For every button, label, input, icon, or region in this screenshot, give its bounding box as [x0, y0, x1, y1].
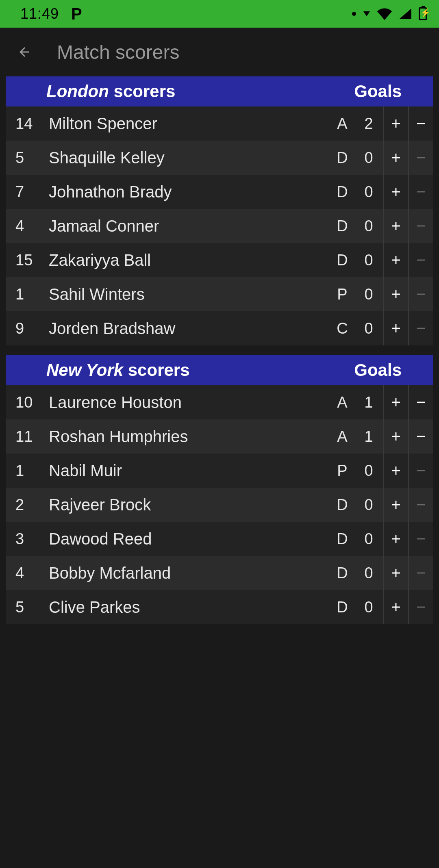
player-number: 4 — [6, 564, 46, 582]
plus-icon — [389, 185, 403, 199]
player-position: P — [330, 462, 354, 480]
player-row: 5Shaquille KelleyD0 — [6, 141, 433, 175]
player-name: Jorden Bradshaw — [46, 319, 330, 338]
player-row: 11Roshan HumphriesA1 — [6, 419, 433, 454]
player-goals: 0 — [354, 252, 383, 269]
app-bar: Match scorers — [0, 28, 439, 76]
decrement-button — [408, 175, 433, 209]
player-name: Bobby Mcfarland — [46, 564, 330, 582]
minus-icon — [414, 430, 428, 443]
increment-button[interactable] — [383, 141, 408, 175]
increment-button[interactable] — [383, 419, 408, 454]
player-row: 5Clive ParkesD0 — [6, 590, 433, 624]
player-number: 10 — [6, 394, 46, 411]
increment-button[interactable] — [383, 590, 408, 624]
minus-icon — [414, 151, 428, 165]
player-goals: 1 — [354, 428, 383, 445]
increment-button[interactable] — [383, 522, 408, 556]
section-header: New York scorersGoals — [6, 355, 433, 385]
increment-button[interactable] — [383, 488, 408, 522]
minus-icon — [414, 117, 428, 130]
minus-icon — [414, 253, 428, 267]
decrement-button — [408, 556, 433, 590]
player-number: 5 — [6, 599, 46, 616]
player-number: 4 — [6, 217, 46, 235]
player-position: A — [330, 115, 354, 132]
player-name: Roshan Humphries — [46, 427, 330, 446]
back-button[interactable] — [12, 40, 37, 64]
player-position: D — [330, 530, 354, 548]
signal-icon — [399, 9, 411, 19]
section-header: London scorersGoals — [6, 76, 433, 106]
battery-icon — [419, 7, 427, 20]
increment-button[interactable] — [383, 243, 408, 277]
plus-icon — [389, 600, 403, 614]
section-body: 14Milton SpencerA25Shaquille KelleyD07Jo… — [6, 106, 433, 345]
decrement-button[interactable] — [408, 419, 433, 454]
section-body: 10Laurence HoustonA111Roshan HumphriesA1… — [6, 385, 433, 624]
minus-icon — [414, 185, 428, 199]
player-goals: 0 — [354, 286, 383, 303]
player-number: 1 — [6, 462, 46, 480]
player-position: D — [330, 183, 354, 201]
decrement-button[interactable] — [408, 106, 433, 141]
player-row: 3Dawood ReedD0 — [6, 522, 433, 556]
increment-button[interactable] — [383, 209, 408, 243]
section-title-suffix: scorers — [109, 82, 175, 101]
player-name: Zakariyya Ball — [46, 251, 330, 269]
player-goals: 0 — [354, 183, 383, 201]
player-goals: 2 — [354, 115, 383, 132]
decrement-button — [408, 454, 433, 488]
increment-button[interactable] — [383, 454, 408, 488]
minus-icon — [414, 532, 428, 546]
player-name: Laurence Houston — [46, 393, 330, 412]
player-number: 5 — [6, 149, 46, 167]
plus-icon — [389, 321, 403, 335]
player-row: 15Zakariyya BallD0 — [6, 243, 433, 277]
player-row: 10Laurence HoustonA1 — [6, 385, 433, 419]
minus-icon — [414, 219, 428, 233]
player-position: A — [330, 428, 354, 445]
page-title: Match scorers — [57, 41, 179, 63]
plus-icon — [389, 464, 403, 477]
player-row: 4Jamaal ConnerD0 — [6, 209, 433, 243]
player-name: Clive Parkes — [46, 598, 330, 616]
player-row: 7Johnathon BradyD0 — [6, 175, 433, 209]
plus-icon — [389, 117, 403, 130]
player-position: D — [330, 564, 354, 582]
player-row: 1Sahil WintersP0 — [6, 277, 433, 311]
increment-button[interactable] — [383, 175, 408, 209]
minus-icon — [414, 287, 428, 301]
player-position: D — [330, 252, 354, 269]
player-position: C — [330, 320, 354, 337]
plus-icon — [389, 566, 403, 580]
player-number: 7 — [6, 183, 46, 201]
player-number: 15 — [6, 252, 46, 269]
plus-icon — [389, 287, 403, 301]
back-arrow-icon — [17, 45, 32, 59]
player-number: 11 — [6, 428, 46, 445]
section-title: London scorers — [46, 82, 175, 101]
decrement-button — [408, 311, 433, 345]
increment-button[interactable] — [383, 385, 408, 419]
increment-button[interactable] — [383, 556, 408, 590]
player-goals: 0 — [354, 599, 383, 616]
player-name: Sahil Winters — [46, 285, 330, 304]
wifi-icon — [377, 7, 392, 21]
player-position: D — [330, 149, 354, 167]
decrement-button[interactable] — [408, 385, 433, 419]
minus-icon — [414, 566, 428, 580]
player-goals: 0 — [354, 530, 383, 548]
player-goals: 1 — [354, 394, 383, 411]
increment-button[interactable] — [383, 277, 408, 311]
status-right — [352, 7, 427, 21]
team-section: London scorersGoals14Milton SpencerA25Sh… — [6, 76, 433, 345]
minus-icon — [414, 321, 428, 335]
increment-button[interactable] — [383, 106, 408, 141]
team-name: London — [46, 82, 109, 101]
player-number: 9 — [6, 320, 46, 337]
plus-icon — [389, 498, 403, 512]
increment-button[interactable] — [383, 311, 408, 345]
decrement-button — [408, 488, 433, 522]
player-row: 4Bobby McfarlandD0 — [6, 556, 433, 590]
